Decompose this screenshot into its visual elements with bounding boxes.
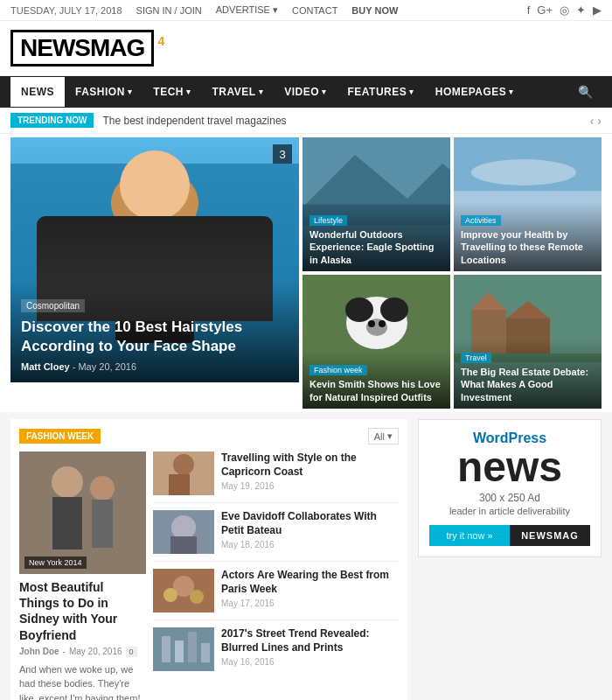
hero-card-3-overlay: Fashion week Kevin Smith Shows his Love … <box>303 352 450 409</box>
top-bar-left: TUESDAY, JULY 17, 2018 SIGN IN / JOIN AD… <box>10 4 403 16</box>
fashion-main-meta: John Doe - May 20, 2016 0 <box>19 647 146 657</box>
svg-point-18 <box>379 320 386 327</box>
chevron-down-icon: ▾ <box>259 88 264 96</box>
svg-point-34 <box>171 515 196 540</box>
hero-card-realestate[interactable]: Travel The Big Real Estate Debate: What … <box>454 275 602 409</box>
hero-title: Discover the 10 Best Hairstyles Accordin… <box>21 318 289 356</box>
hero-card-1-overlay: Lifestyle Wonderful Outdoors Experience:… <box>303 202 450 271</box>
fashion-filter[interactable]: All ▾ <box>368 428 399 444</box>
hero-card-4-category: Travel <box>461 353 491 363</box>
svg-rect-42 <box>175 640 184 662</box>
chevron-down-icon: ▾ <box>409 88 414 96</box>
svg-point-38 <box>163 588 177 602</box>
trending-bar: TRENDING NOW The best independent travel… <box>0 108 612 134</box>
chevron-down-icon: ▾ <box>387 430 393 442</box>
svg-point-39 <box>190 590 204 604</box>
fashion-article-4[interactable]: 2017's Street Trend Revealed: Blurred Li… <box>153 627 399 678</box>
fashion-article-2-date: May 18, 2016 <box>221 540 399 550</box>
hero-card-2-title: Improve your Health by Travelling to the… <box>461 228 595 266</box>
hero-card-health[interactable]: Activities Improve your Health by Travel… <box>454 137 602 271</box>
search-icon[interactable]: 🔍 <box>569 76 602 108</box>
fashion-article-3-date: May 17, 2016 <box>221 598 399 608</box>
fashion-article-1[interactable]: Travelling with Style on the Capricorn C… <box>153 452 399 503</box>
twitter-icon[interactable]: ✦ <box>576 4 586 17</box>
social-icons: f G+ ◎ ✦ ▶ <box>527 4 602 17</box>
advertise-link[interactable]: ADVERTISE ▾ <box>216 4 278 16</box>
fashion-article-2-title: Eve Davidoff Collaborates With Petit Bat… <box>221 510 399 537</box>
hero-card-3-title: Kevin Smith Shows his Love for Natural I… <box>309 378 443 403</box>
svg-point-17 <box>368 320 375 327</box>
fashion-main-date: May 20, 2016 <box>69 647 122 656</box>
fashion-week-section: FASHION WEEK All ▾ <box>10 419 407 700</box>
nav-item-news[interactable]: NEWS <box>10 77 65 107</box>
googleplus-icon[interactable]: G+ <box>537 4 553 17</box>
fashion-article-4-title: 2017's Street Trend Revealed: Blurred Li… <box>221 627 399 654</box>
nav-item-fashion[interactable]: FASHION ▾ <box>65 77 143 107</box>
nav-item-video[interactable]: VIDEO ▾ <box>274 77 337 107</box>
instagram-icon[interactable]: ◎ <box>560 4 569 17</box>
hero-author: Matt Cloey <box>21 361 70 372</box>
signin-link[interactable]: SIGN IN / JOIN <box>136 5 202 16</box>
nav-item-travel[interactable]: TRAVEL ▾ <box>202 77 275 107</box>
chevron-down-icon: ▾ <box>128 88 133 96</box>
top-bar: TUESDAY, JULY 17, 2018 SIGN IN / JOIN AD… <box>0 0 612 21</box>
hero-main-article[interactable]: 3 Cosmopolitan Discover the 10 Best Hair… <box>10 137 299 382</box>
svg-point-31 <box>173 454 194 475</box>
fashion-article-3-image <box>153 569 214 612</box>
fashion-main-title: Most Beautiful Things to Do in Sidney wi… <box>19 579 146 643</box>
hero-category: Cosmopolitan <box>21 299 85 312</box>
hero-card-panda[interactable]: Fashion week Kevin Smith Shows his Love … <box>303 275 450 409</box>
nav-item-homepages[interactable]: HOMEPAGES ▾ <box>425 77 525 107</box>
section-header-fashion: FASHION WEEK All ▾ <box>19 428 399 444</box>
contact-link[interactable]: CONTACT <box>292 5 337 16</box>
hero-slide-number: 3 <box>273 144 292 164</box>
content-area: FASHION WEEK All ▾ <box>0 412 612 700</box>
logo[interactable]: NEWSMAG4 <box>10 30 154 66</box>
hero-card-4-overlay: Travel The Big Real Estate Debate: What … <box>454 340 602 409</box>
youtube-icon[interactable]: ▶ <box>593 4 602 17</box>
chevron-down-icon: ▾ <box>186 88 191 96</box>
buynow-link[interactable]: BUY NOW <box>351 5 398 16</box>
fashion-articles-list: Travelling with Style on the Capricorn C… <box>153 452 399 700</box>
ad-buttons: try it now » NEWSMAG <box>429 525 590 546</box>
hero-meta: Matt Cloey - May 20, 2016 <box>21 361 289 372</box>
sidebar: WordPress news 300 x 250 Ad leader in ar… <box>418 419 602 700</box>
fashion-article-1-image <box>153 452 214 495</box>
trending-next[interactable]: › <box>597 114 602 128</box>
svg-point-2 <box>115 177 194 273</box>
svg-rect-27 <box>52 497 82 550</box>
fashion-main-author: John Doe <box>19 647 59 656</box>
nav-item-features[interactable]: FEATURES ▾ <box>337 77 424 107</box>
facebook-icon[interactable]: f <box>527 4 531 17</box>
svg-point-26 <box>52 466 83 498</box>
ad-news-text: news <box>429 446 590 488</box>
trending-prev[interactable]: ‹ <box>590 114 595 128</box>
fashion-article-3-content: Actors Are Wearing the Best from Paris W… <box>221 569 399 608</box>
svg-rect-44 <box>201 643 210 662</box>
trending-text: The best independent travel magazines <box>102 115 581 127</box>
hero-card-1-category: Lifestyle <box>309 215 347 226</box>
fashion-article-2-image <box>153 510 214 554</box>
svg-point-28 <box>90 476 115 500</box>
svg-rect-25 <box>19 452 146 574</box>
ad-brand-button[interactable]: NEWSMAG <box>510 525 590 546</box>
navigation: NEWS FASHION ▾ TECH ▾ TRAVEL ▾ VIDEO ▾ F… <box>0 76 612 108</box>
fashion-article-2[interactable]: Eve Davidoff Collaborates With Petit Bat… <box>153 510 399 562</box>
hero-card-2-category: Activities <box>461 215 501 226</box>
svg-rect-4 <box>131 218 179 230</box>
hero-card-alaska[interactable]: Lifestyle Wonderful Outdoors Experience:… <box>303 137 450 271</box>
fashion-main-article[interactable]: New York 2014 Most Beautiful Things to D… <box>19 452 146 700</box>
svg-rect-32 <box>169 474 190 495</box>
nav-item-tech[interactable]: TECH ▾ <box>143 77 201 107</box>
fashion-main-excerpt: And when we woke up, we had these bodies… <box>19 662 146 700</box>
hero-card-4-title: The Big Real Estate Debate: What Makes A… <box>461 366 595 403</box>
fashion-article-4-date: May 16, 2016 <box>221 657 399 667</box>
hero-top-cards: Lifestyle Wonderful Outdoors Experience:… <box>303 137 602 271</box>
fashion-article-3[interactable]: Actors Are Wearing the Best from Paris W… <box>153 569 399 620</box>
ad-tagline-text: leader in article deliverability <box>429 506 590 516</box>
hero-section: 3 Cosmopolitan Discover the 10 Best Hair… <box>0 134 612 412</box>
logo-version: 4 <box>158 34 164 48</box>
fashion-article-1-date: May 19, 2016 <box>221 481 399 491</box>
ad-try-button[interactable]: try it now » <box>429 525 510 546</box>
date: TUESDAY, JULY 17, 2018 <box>10 5 122 16</box>
